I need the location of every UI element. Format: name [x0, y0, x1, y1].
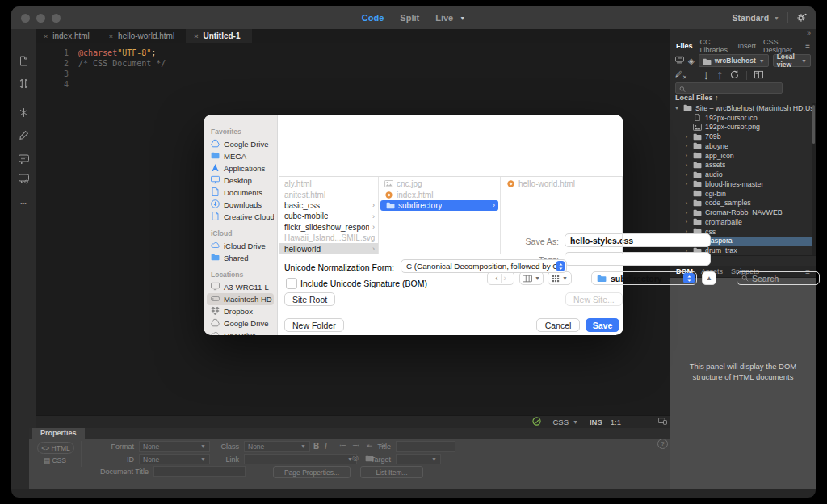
- file-item-index-html[interactable]: index.html: [379, 189, 500, 200]
- view-tab-live[interactable]: Live: [435, 13, 453, 23]
- bold-button[interactable]: B: [313, 442, 319, 451]
- tree-item-cromarbaile[interactable]: ›cromarbaile: [670, 217, 812, 227]
- local-files-header[interactable]: Local Files ↑: [675, 94, 719, 102]
- expand-arrow-icon[interactable]: ›: [683, 143, 690, 149]
- properties-tab[interactable]: Properties: [32, 428, 85, 439]
- site-setup-icon[interactable]: ◈: [688, 57, 695, 65]
- sidebar-item-shared[interactable]: Shared: [207, 252, 274, 264]
- tree-item-app-icon[interactable]: ›app_icon: [670, 151, 812, 161]
- chevron-down-icon[interactable]: ▼: [460, 15, 465, 21]
- doc-tab-Untitled-1[interactable]: ×Untitled-1: [186, 29, 251, 43]
- close-tab-icon[interactable]: ×: [44, 32, 48, 40]
- close-tab-icon[interactable]: ×: [194, 32, 198, 40]
- close-window-button[interactable]: [21, 14, 30, 23]
- list-item-button[interactable]: List Item...: [360, 466, 423, 478]
- column-view-button[interactable]: ▼: [519, 271, 544, 285]
- tree-item-code-samples[interactable]: ›code_samples: [670, 199, 812, 208]
- file-item-anitest-html[interactable]: anitest.html: [279, 189, 378, 200]
- save-button[interactable]: Save: [586, 318, 619, 332]
- comment-settings-icon[interactable]: [11, 170, 36, 187]
- file-item-aly-html[interactable]: aly.html: [279, 178, 378, 189]
- sidebar-item-creative-cloud-[interactable]: Creative Cloud...: [207, 211, 274, 223]
- expand-arrow-icon[interactable]: ›: [683, 181, 690, 187]
- panel-tab-cc-libraries[interactable]: CC Libraries: [700, 38, 731, 54]
- cancel-button[interactable]: Cancel: [536, 318, 580, 332]
- minimize-window-button[interactable]: [36, 14, 45, 23]
- sidebar-item-a3-wrc11-l[interactable]: A3-WRC11-L: [207, 281, 274, 293]
- file-compare-icon[interactable]: [11, 74, 36, 92]
- panel-tab-css-designer[interactable]: CSS Designer: [763, 38, 798, 54]
- preferences-gear-icon[interactable]: [796, 12, 808, 23]
- back-button[interactable]: ‹: [495, 274, 497, 283]
- more-options-icon[interactable]: •••: [11, 194, 36, 212]
- sidebar-item-google-drive[interactable]: Google Drive: [207, 317, 274, 330]
- panel-menu-icon[interactable]: ≡: [805, 41, 810, 50]
- panel-tab-insert[interactable]: Insert: [737, 42, 756, 50]
- server-icon[interactable]: [675, 53, 684, 68]
- sidebar-item-mega[interactable]: MEGA: [207, 150, 274, 162]
- ordered-list-icon[interactable]: ≕: [352, 442, 359, 450]
- panel-tab-files[interactable]: Files: [676, 42, 693, 50]
- html-mode-button[interactable]: <> HTML: [37, 442, 74, 454]
- file-item-cube-mobile[interactable]: cube-mobile›: [279, 211, 378, 221]
- tree-item-audio[interactable]: ›audio: [670, 170, 812, 179]
- point-to-file-icon[interactable]: ◎: [352, 454, 359, 462]
- view-tab-code[interactable]: Code: [362, 13, 384, 23]
- doc-tab-hello-world.html[interactable]: ×hello-world.html: [101, 29, 186, 43]
- expand-panel-icon[interactable]: [754, 68, 763, 82]
- file-item-hello-world-html[interactable]: hello-world.html: [501, 178, 622, 189]
- panel-overflow-icon[interactable]: »: [807, 29, 811, 37]
- comment-icon[interactable]: [11, 150, 36, 168]
- edit-brush-icon[interactable]: [11, 126, 36, 144]
- expand-arrow-icon[interactable]: ›: [683, 162, 690, 168]
- tree-item-assets[interactable]: ›assets: [670, 161, 812, 170]
- tree-item-aboyne[interactable]: ›aboyne: [670, 141, 812, 151]
- file-item-helloworld[interactable]: helloworld›: [279, 243, 378, 254]
- close-tab-icon[interactable]: ×: [109, 32, 113, 40]
- unicode-form-select[interactable]: C (Canonical Decomposition, followed by …: [401, 259, 567, 273]
- put-file-icon[interactable]: ↑: [716, 68, 723, 82]
- sidebar-item-applications[interactable]: Applications: [207, 162, 274, 174]
- live-view-icon[interactable]: [11, 103, 36, 121]
- tree-scrollbar[interactable]: [812, 103, 816, 255]
- title-input[interactable]: [396, 441, 455, 452]
- tree-item-cgi-bin[interactable]: cgi-bin: [670, 189, 812, 199]
- doc-tab-index.html[interactable]: ×index.html: [36, 29, 101, 43]
- view-tab-split[interactable]: Split: [400, 13, 419, 23]
- file-item-basic-css[interactable]: basic_css›: [279, 200, 378, 211]
- files-search-input[interactable]: [675, 82, 783, 94]
- bom-checkbox[interactable]: [286, 278, 297, 289]
- synchronize-icon[interactable]: [730, 68, 739, 82]
- doctype-select[interactable]: CSS▼: [549, 417, 581, 427]
- open-documents-icon[interactable]: [11, 52, 36, 69]
- italic-button[interactable]: I: [325, 442, 327, 451]
- new-folder-button[interactable]: New Folder: [284, 318, 344, 332]
- new-site-button[interactable]: New Site...: [565, 292, 623, 306]
- dialog-search-field[interactable]: Search: [737, 271, 820, 285]
- sidebar-item-dropbox[interactable]: Dropbox: [207, 305, 274, 317]
- sidebar-item-downloads[interactable]: Downloads: [207, 199, 274, 211]
- workspace-select[interactable]: Standard▼: [733, 13, 779, 23]
- sidebar-item-documents[interactable]: Documents: [207, 187, 274, 199]
- format-select[interactable]: None▼: [139, 441, 210, 452]
- sidebar-item-icloud-drive[interactable]: iCloud Drive: [207, 240, 274, 252]
- site-root-button[interactable]: Site Root: [284, 292, 335, 306]
- file-item-subdirectory[interactable]: subdirectory›: [380, 200, 498, 211]
- collapse-arrow-icon[interactable]: ▼: [674, 105, 680, 111]
- expand-arrow-icon[interactable]: ›: [683, 172, 690, 178]
- expand-arrow-icon[interactable]: ›: [683, 200, 690, 206]
- checkout-icon[interactable]: 🖉✕: [675, 70, 687, 81]
- file-item-flickr-slideshow-responsive[interactable]: flickr_slideshow_responsive›: [279, 222, 378, 233]
- folder-popup[interactable]: subdirectory: [591, 271, 697, 285]
- file-item-cnc-jpg[interactable]: cnc.jpg: [379, 178, 500, 189]
- expand-arrow-icon[interactable]: ›: [683, 219, 690, 225]
- file-item-hawaii-island-smil-svg-html[interactable]: Hawaii_Island...SMIL.svg.html: [279, 233, 378, 243]
- tree-item-cromar-robb-navweb[interactable]: ›Cromar-Robb_NAVWEB: [670, 208, 812, 217]
- document-title-input[interactable]: [153, 466, 246, 477]
- unordered-list-icon[interactable]: ≔: [339, 442, 346, 450]
- forward-button[interactable]: ›: [504, 274, 506, 283]
- tree-item-192px-cursor-png[interactable]: 192px-cursor.png: [670, 123, 812, 132]
- get-file-icon[interactable]: ↓: [703, 68, 709, 82]
- zoom-window-button[interactable]: [52, 14, 61, 23]
- group-view-button[interactable]: ▼: [548, 271, 572, 285]
